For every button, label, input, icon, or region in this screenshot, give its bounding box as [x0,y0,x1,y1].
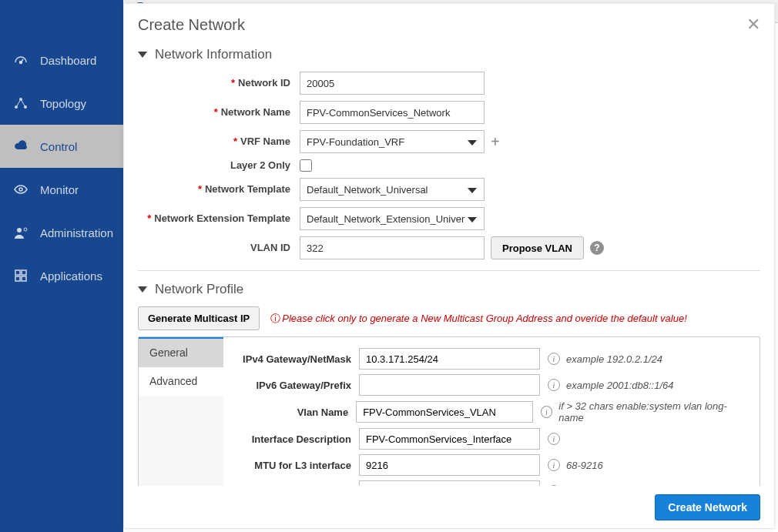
svg-point-9 [24,228,27,231]
profile-field-input[interactable] [356,401,532,423]
cloud-icon [12,138,29,155]
topology-icon [12,95,29,112]
gauge-icon [12,52,29,69]
profile-panel: General Advanced IPv4 Gateway/NetMaskiex… [138,336,760,486]
profile-row: Interface Descriptioni [236,428,747,450]
modal-body: Network Information *Network ID *Network… [124,42,774,486]
svg-line-5 [16,99,21,107]
label-network-template: *Network Template [138,183,300,196]
profile-field-label: Vlan Name [236,407,356,418]
profile-field-input[interactable] [359,348,540,370]
sidebar-label: Administration [40,226,113,239]
sidebar-label: Topology [40,97,86,110]
profile-row: IPv4 Gateway/NetMaskiexample 192.0.2.1/2… [236,348,747,370]
svg-line-6 [21,99,25,107]
layer2-only-checkbox[interactable] [300,159,312,172]
profile-field-input[interactable] [359,428,540,450]
sidebar-item-control[interactable]: Control [0,125,123,168]
caret-down-icon [138,52,147,58]
sidebar-label: Applications [40,269,102,283]
create-network-button[interactable]: Create Network [655,494,760,520]
section-network-info[interactable]: Network Information [138,47,760,62]
sidebar-item-topology[interactable]: Topology [0,82,123,125]
info-icon[interactable]: i [548,353,560,365]
profile-field-hint: 68-9216 [566,460,603,471]
info-icon[interactable]: i [548,433,560,445]
sidebar-item-monitor[interactable]: Monitor [0,168,123,211]
info-icon[interactable]: i [548,379,560,391]
modal-header: Create Network ✕ [124,4,774,42]
sidebar-label: Control [40,140,77,153]
modal-footer: Create Network [124,486,774,528]
svg-rect-12 [15,276,20,281]
sidebar-label: Monitor [40,183,79,196]
caret-down-icon [138,286,147,293]
help-icon[interactable]: ? [590,241,604,255]
close-icon[interactable]: ✕ [746,15,760,35]
vlan-id-input[interactable] [300,236,485,259]
modal-title: Create Network [138,16,746,34]
user-gear-icon [12,224,29,241]
info-icon: ⓘ [270,313,280,324]
profile-field-label: MTU for L3 interface [236,460,359,471]
sidebar-item-administration[interactable]: Administration [0,211,123,254]
label-network-id: *Network ID [138,77,300,89]
label-layer2: Layer 2 Only [138,159,300,172]
svg-rect-11 [22,270,26,275]
profile-field-input[interactable] [359,374,540,396]
profile-row: IPv4 Secondary GW1iexample 192.0.2.1/24 [236,480,747,486]
profile-field-label: IPv4 Gateway/NetMask [236,353,359,365]
info-icon[interactable]: i [548,459,560,471]
tab-content-general: IPv4 Gateway/NetMaskiexample 192.0.2.1/2… [223,337,760,486]
network-ext-template-select[interactable]: Default_Network_Extension_Univer [300,207,485,230]
apps-icon [12,267,29,284]
sidebar: Dashboard Topology Control Monitor Admin… [0,0,123,532]
propose-vlan-button[interactable]: Propose VLAN [491,236,584,259]
profile-field-input[interactable] [359,454,540,476]
sidebar-label: Dashboard [40,54,96,67]
profile-field-label: IPv6 Gateway/Prefix [236,380,359,391]
profile-field-label: Interface Description [236,433,359,445]
profile-field-hint: example 2001:db8::1/64 [566,380,674,391]
label-vlan-id: VLAN ID [138,242,300,254]
profile-row: IPv6 Gateway/Prefixiexample 2001:db8::1/… [236,374,747,396]
profile-tabs: General Advanced [139,337,223,486]
eye-icon [12,181,29,198]
svg-point-8 [17,228,22,233]
label-vrf-name: *VRF Name [138,136,300,148]
profile-field-hint: if > 32 chars enable:system vlan long-na… [558,400,747,423]
network-template-select[interactable]: Default_Network_Universal [300,178,485,201]
add-vrf-icon[interactable]: + [491,133,500,151]
sidebar-item-applications[interactable]: Applications [0,254,123,297]
network-id-input[interactable] [300,72,485,95]
profile-row: Vlan Nameiif > 32 chars enable:system vl… [236,400,747,423]
info-icon[interactable]: i [541,406,553,418]
generate-multicast-ip-button[interactable]: Generate Multicast IP [138,306,260,330]
sidebar-item-dashboard[interactable]: Dashboard [0,38,123,82]
svg-rect-13 [22,276,26,281]
network-name-input[interactable] [300,101,485,124]
label-network-name: *Network Name [138,106,300,119]
section-network-profile[interactable]: Network Profile [138,282,760,297]
label-network-ext-template: *Network Extension Template [138,212,300,225]
profile-row: MTU for L3 interfacei68-9216 [236,454,747,476]
svg-rect-10 [15,270,20,275]
profile-field-input[interactable] [359,480,540,486]
profile-field-hint: example 192.0.2.1/24 [566,353,662,365]
create-network-modal: Create Network ✕ Network Information *Ne… [123,3,775,529]
svg-point-7 [19,188,22,191]
multicast-warning: ⓘPlease click only to generate a New Mul… [270,312,687,326]
vrf-name-select[interactable]: FPV-Foundation_VRF [300,130,485,153]
tab-general[interactable]: General [139,337,223,367]
tab-advanced[interactable]: Advanced [139,367,223,396]
